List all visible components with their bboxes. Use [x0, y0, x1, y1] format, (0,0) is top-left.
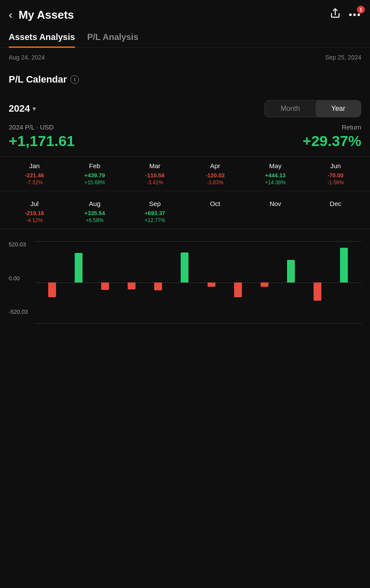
bar-group: [305, 241, 330, 324]
bars-container: [35, 241, 361, 324]
tab-pl-analysis[interactable]: P/L Analysis: [87, 28, 139, 47]
bar-group: [278, 241, 304, 324]
month-cell[interactable]: Oct: [185, 195, 245, 229]
bar-group: [251, 241, 277, 324]
positive-bar: [181, 252, 188, 282]
positive-bar: [287, 260, 295, 282]
chart-top-label: 520.03: [9, 241, 28, 248]
page-title: My Assets: [19, 8, 74, 22]
back-button[interactable]: ‹: [9, 9, 13, 20]
month-pct: -1.56%: [307, 179, 364, 186]
tab-assets-analysis[interactable]: Assets Analysis: [9, 28, 75, 47]
section-title: P/L Calendar i: [9, 74, 361, 85]
month-pnl: -221.46: [6, 172, 63, 179]
month-name: Mar: [126, 162, 183, 169]
negative-bar: [314, 282, 321, 301]
negative-bar: [154, 282, 162, 290]
section-title-text: P/L Calendar: [9, 74, 67, 85]
month-name: Jul: [6, 200, 63, 207]
chart-bot-label: -520.03: [9, 309, 28, 315]
header-left: ‹ My Assets: [9, 8, 74, 22]
date-range: Aug 24, 2024 Sep 25, 2024: [0, 48, 370, 63]
month-pct: -4.12%: [6, 217, 63, 223]
period-toggle: Month Year: [264, 100, 361, 117]
chart-area: 520.03 0.00 -520.03: [0, 233, 370, 328]
month-name: Feb: [66, 162, 123, 169]
month-name: Aug: [66, 200, 123, 207]
share-icon[interactable]: [330, 8, 341, 22]
info-icon[interactable]: i: [70, 75, 79, 84]
month-grid-row2: Jul-219.16-4.12%Aug+335.54+6.58%Sep+693.…: [0, 195, 370, 229]
month-pnl: +693.37: [126, 210, 183, 216]
month-pct: +6.58%: [66, 217, 123, 223]
month-cell[interactable]: Feb+439.79+15.68%: [65, 157, 125, 191]
chart-inner: [35, 241, 361, 324]
pl-summary: 2024 P/L · USD +1,171.61 Return +29.37%: [0, 117, 370, 153]
return-value: +29.37%: [303, 133, 361, 149]
bar-group: [225, 241, 251, 324]
month-name: Dec: [307, 200, 364, 207]
month-cell[interactable]: Dec: [305, 195, 366, 229]
month-pct: +12.77%: [126, 217, 183, 223]
month-pnl: -120.02: [187, 172, 244, 179]
month-name: Nov: [247, 200, 304, 207]
month-name: Sep: [126, 200, 183, 207]
bar-group: [145, 241, 171, 324]
negative-bar: [48, 282, 56, 297]
bar-group: [92, 241, 118, 324]
month-name: Oct: [187, 200, 244, 207]
chevron-down-icon: ▾: [33, 105, 36, 112]
pl-label: 2024 P/L · USD: [9, 123, 75, 131]
bar-group: [119, 241, 145, 324]
month-cell[interactable]: Nov: [245, 195, 306, 229]
month-pct: +15.68%: [66, 179, 123, 186]
month-name: May: [247, 162, 304, 169]
month-pct: -7.32%: [6, 179, 63, 186]
month-cell[interactable]: Jun-70.00-1.56%: [305, 157, 366, 191]
date-start: Aug 24, 2024: [9, 54, 45, 61]
pl-calendar-section: P/L Calendar i: [0, 63, 370, 92]
month-pnl: -110.58: [126, 172, 183, 179]
more-button[interactable]: ••• 1: [349, 9, 361, 20]
chart-mid-label: 0.00: [9, 275, 28, 282]
month-pnl: +439.79: [66, 172, 123, 179]
month-cell[interactable]: Jul-219.16-4.12%: [4, 195, 65, 229]
month-toggle-button[interactable]: Month: [265, 100, 315, 117]
negative-bar: [234, 282, 242, 297]
pl-value: +1,171.61: [9, 133, 75, 149]
month-grid-row1: Jan-221.46-7.32%Feb+439.79+15.68%Mar-110…: [0, 156, 370, 191]
month-cell[interactable]: May+444.13+14.38%: [245, 157, 306, 191]
positive-bar: [75, 253, 83, 282]
year-toggle-button[interactable]: Year: [316, 100, 361, 117]
negative-bar: [208, 282, 215, 287]
bar-group: [39, 241, 65, 324]
negative-bar: [128, 282, 135, 289]
positive-bar: [340, 248, 348, 282]
month-pnl: -219.16: [6, 210, 63, 216]
tabs-bar: Assets Analysis P/L Analysis: [0, 28, 370, 48]
month-name: Jan: [6, 162, 63, 169]
negative-bar: [261, 282, 268, 287]
header-right: ••• 1: [330, 8, 361, 22]
return-label: Return: [303, 123, 361, 131]
month-name: Jun: [307, 162, 364, 169]
bar-group: [198, 241, 224, 324]
month-cell[interactable]: Aug+335.54+6.58%: [65, 195, 125, 229]
month-pct: -3.83%: [187, 179, 244, 186]
pl-right: Return +29.37%: [303, 123, 361, 149]
month-cell[interactable]: Mar-110.58-3.41%: [125, 157, 185, 191]
month-pct: +14.38%: [247, 179, 304, 186]
year-value: 2024: [9, 103, 30, 114]
year-selector[interactable]: 2024 ▾: [9, 103, 36, 114]
header: ‹ My Assets ••• 1: [0, 0, 370, 28]
month-cell[interactable]: Sep+693.37+12.77%: [125, 195, 185, 229]
month-pnl: +335.54: [66, 210, 123, 216]
month-name: Apr: [187, 162, 244, 169]
month-pct: -3.41%: [126, 179, 183, 186]
date-end: Sep 25, 2024: [325, 54, 361, 61]
month-cell[interactable]: Jan-221.46-7.32%: [4, 157, 65, 191]
negative-bar: [101, 282, 109, 290]
month-cell[interactable]: Apr-120.02-3.83%: [185, 157, 245, 191]
bar-group: [172, 241, 198, 324]
bar-group: [331, 241, 357, 324]
